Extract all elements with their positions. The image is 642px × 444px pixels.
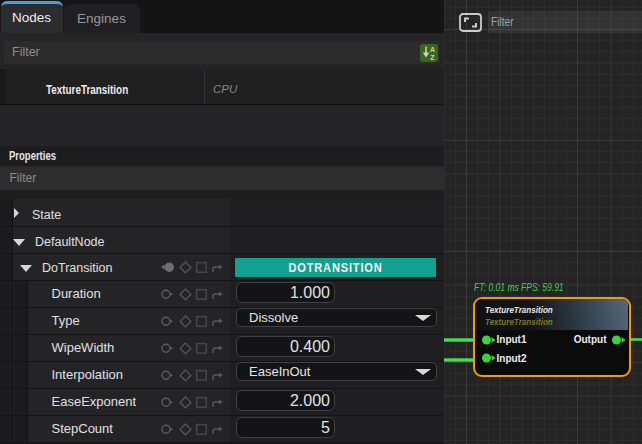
svg-text:Z: Z bbox=[430, 54, 435, 61]
svg-text:A: A bbox=[430, 46, 435, 53]
